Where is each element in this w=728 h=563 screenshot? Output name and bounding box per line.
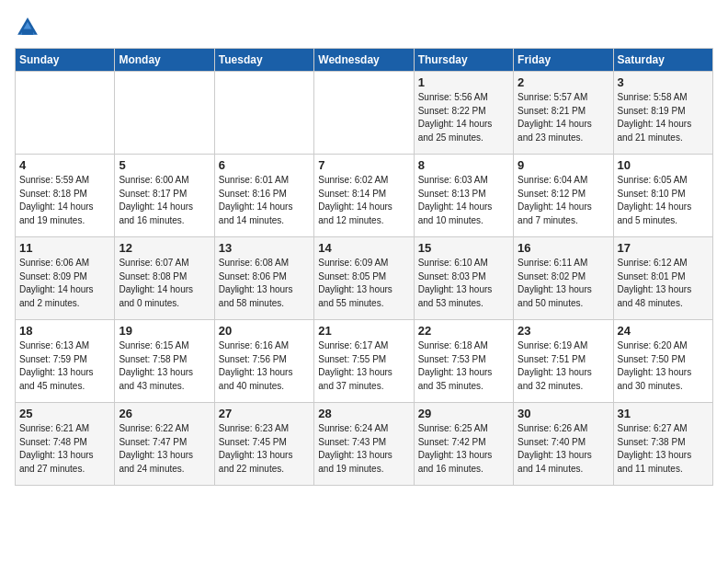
day-number: 16 xyxy=(518,241,609,255)
day-info: Sunrise: 6:22 AMSunset: 7:47 PMDaylight:… xyxy=(119,422,210,476)
calendar-cell: 17Sunrise: 6:12 AMSunset: 8:01 PMDayligh… xyxy=(613,237,712,320)
day-number: 24 xyxy=(618,324,709,338)
calendar-cell: 27Sunrise: 6:23 AMSunset: 7:45 PMDayligh… xyxy=(214,403,313,486)
day-info: Sunrise: 6:04 AMSunset: 8:12 PMDaylight:… xyxy=(518,174,609,227)
day-number: 29 xyxy=(418,407,509,420)
day-info: Sunrise: 6:11 AMSunset: 8:02 PMDaylight:… xyxy=(518,257,609,310)
day-number: 22 xyxy=(418,324,509,338)
calendar-cell: 15Sunrise: 6:10 AMSunset: 8:03 PMDayligh… xyxy=(414,237,513,320)
day-info: Sunrise: 6:15 AMSunset: 7:58 PMDaylight:… xyxy=(119,339,210,393)
calendar-week-1: 1Sunrise: 5:56 AMSunset: 8:22 PMDaylight… xyxy=(16,72,713,155)
day-info: Sunrise: 6:12 AMSunset: 8:01 PMDaylight:… xyxy=(618,257,709,310)
calendar-cell: 8Sunrise: 6:03 AMSunset: 8:13 PMDaylight… xyxy=(414,155,513,237)
day-info: Sunrise: 5:57 AMSunset: 8:21 PMDaylight:… xyxy=(518,91,609,144)
day-info: Sunrise: 6:02 AMSunset: 8:14 PMDaylight:… xyxy=(318,174,409,227)
day-number: 23 xyxy=(518,324,609,338)
calendar-cell: 13Sunrise: 6:08 AMSunset: 8:06 PMDayligh… xyxy=(214,237,313,320)
calendar-cell: 30Sunrise: 6:26 AMSunset: 7:40 PMDayligh… xyxy=(514,403,613,486)
calendar-cell: 5Sunrise: 6:00 AMSunset: 8:17 PMDaylight… xyxy=(115,155,214,237)
day-info: Sunrise: 6:18 AMSunset: 7:53 PMDaylight:… xyxy=(418,339,509,393)
calendar-week-5: 25Sunrise: 6:21 AMSunset: 7:48 PMDayligh… xyxy=(16,403,713,486)
calendar-week-2: 4Sunrise: 5:59 AMSunset: 8:18 PMDaylight… xyxy=(16,155,713,237)
day-info: Sunrise: 6:16 AMSunset: 7:56 PMDaylight:… xyxy=(219,339,310,393)
day-number: 15 xyxy=(418,241,509,255)
day-info: Sunrise: 6:03 AMSunset: 8:13 PMDaylight:… xyxy=(418,174,509,227)
day-number: 17 xyxy=(618,241,709,255)
day-number: 1 xyxy=(418,75,509,89)
calendar-cell: 7Sunrise: 6:02 AMSunset: 8:14 PMDaylight… xyxy=(314,155,414,237)
calendar-cell: 28Sunrise: 6:24 AMSunset: 7:43 PMDayligh… xyxy=(314,403,414,486)
weekday-header-row: SundayMondayTuesdayWednesdayThursdayFrid… xyxy=(16,49,713,72)
calendar-week-3: 11Sunrise: 6:06 AMSunset: 8:09 PMDayligh… xyxy=(16,237,713,320)
day-number: 28 xyxy=(318,407,409,420)
day-info: Sunrise: 6:01 AMSunset: 8:16 PMDaylight:… xyxy=(219,174,310,227)
day-info: Sunrise: 6:05 AMSunset: 8:10 PMDaylight:… xyxy=(618,174,709,227)
day-number: 14 xyxy=(318,241,409,255)
svg-rect-2 xyxy=(22,29,33,35)
page-header xyxy=(15,15,713,40)
calendar-cell: 11Sunrise: 6:06 AMSunset: 8:09 PMDayligh… xyxy=(16,237,115,320)
day-info: Sunrise: 6:27 AMSunset: 7:38 PMDaylight:… xyxy=(618,422,709,476)
day-number: 31 xyxy=(618,407,709,420)
weekday-header-thursday: Thursday xyxy=(414,49,513,72)
calendar-cell: 19Sunrise: 6:15 AMSunset: 7:58 PMDayligh… xyxy=(115,320,214,403)
day-number: 2 xyxy=(518,75,609,89)
calendar-cell xyxy=(314,72,414,155)
day-info: Sunrise: 5:58 AMSunset: 8:19 PMDaylight:… xyxy=(618,91,709,144)
day-number: 25 xyxy=(19,407,110,420)
calendar-cell: 1Sunrise: 5:56 AMSunset: 8:22 PMDaylight… xyxy=(414,72,513,155)
calendar-table: SundayMondayTuesdayWednesdayThursdayFrid… xyxy=(15,48,713,486)
calendar-week-4: 18Sunrise: 6:13 AMSunset: 7:59 PMDayligh… xyxy=(16,320,713,403)
day-info: Sunrise: 6:00 AMSunset: 8:17 PMDaylight:… xyxy=(119,174,210,227)
calendar-cell: 9Sunrise: 6:04 AMSunset: 8:12 PMDaylight… xyxy=(514,155,613,237)
calendar-cell: 23Sunrise: 6:19 AMSunset: 7:51 PMDayligh… xyxy=(514,320,613,403)
calendar-cell: 6Sunrise: 6:01 AMSunset: 8:16 PMDaylight… xyxy=(214,155,313,237)
day-info: Sunrise: 6:26 AMSunset: 7:40 PMDaylight:… xyxy=(518,422,609,476)
calendar-cell: 4Sunrise: 5:59 AMSunset: 8:18 PMDaylight… xyxy=(16,155,115,237)
day-number: 9 xyxy=(518,158,609,172)
day-number: 7 xyxy=(318,158,409,172)
day-info: Sunrise: 6:13 AMSunset: 7:59 PMDaylight:… xyxy=(19,339,110,393)
day-number: 30 xyxy=(518,407,609,420)
day-info: Sunrise: 5:56 AMSunset: 8:22 PMDaylight:… xyxy=(418,91,509,144)
calendar-header: SundayMondayTuesdayWednesdayThursdayFrid… xyxy=(16,49,713,72)
day-number: 18 xyxy=(19,324,110,338)
day-number: 20 xyxy=(219,324,310,338)
day-number: 26 xyxy=(119,407,210,420)
day-number: 11 xyxy=(19,241,110,255)
calendar-cell: 21Sunrise: 6:17 AMSunset: 7:55 PMDayligh… xyxy=(314,320,414,403)
day-info: Sunrise: 6:07 AMSunset: 8:08 PMDaylight:… xyxy=(119,257,210,310)
day-info: Sunrise: 6:17 AMSunset: 7:55 PMDaylight:… xyxy=(318,339,409,393)
calendar-cell: 20Sunrise: 6:16 AMSunset: 7:56 PMDayligh… xyxy=(214,320,313,403)
day-info: Sunrise: 5:59 AMSunset: 8:18 PMDaylight:… xyxy=(19,174,110,227)
calendar-cell xyxy=(16,72,115,155)
calendar-cell: 3Sunrise: 5:58 AMSunset: 8:19 PMDaylight… xyxy=(613,72,712,155)
logo xyxy=(15,15,44,40)
calendar-cell: 14Sunrise: 6:09 AMSunset: 8:05 PMDayligh… xyxy=(314,237,414,320)
weekday-header-monday: Monday xyxy=(115,49,214,72)
day-number: 6 xyxy=(219,158,310,172)
calendar-cell: 16Sunrise: 6:11 AMSunset: 8:02 PMDayligh… xyxy=(514,237,613,320)
day-number: 4 xyxy=(19,158,110,172)
day-number: 19 xyxy=(119,324,210,338)
day-info: Sunrise: 6:24 AMSunset: 7:43 PMDaylight:… xyxy=(318,422,409,476)
day-number: 12 xyxy=(119,241,210,255)
day-number: 21 xyxy=(318,324,409,338)
weekday-header-tuesday: Tuesday xyxy=(214,49,313,72)
day-info: Sunrise: 6:25 AMSunset: 7:42 PMDaylight:… xyxy=(418,422,509,476)
calendar-cell: 12Sunrise: 6:07 AMSunset: 8:08 PMDayligh… xyxy=(115,237,214,320)
day-number: 8 xyxy=(418,158,509,172)
calendar-cell: 29Sunrise: 6:25 AMSunset: 7:42 PMDayligh… xyxy=(414,403,513,486)
day-info: Sunrise: 6:10 AMSunset: 8:03 PMDaylight:… xyxy=(418,257,509,310)
day-info: Sunrise: 6:19 AMSunset: 7:51 PMDaylight:… xyxy=(518,339,609,393)
day-info: Sunrise: 6:20 AMSunset: 7:50 PMDaylight:… xyxy=(618,339,709,393)
calendar-cell: 31Sunrise: 6:27 AMSunset: 7:38 PMDayligh… xyxy=(613,403,712,486)
day-number: 3 xyxy=(618,75,709,89)
calendar-cell: 22Sunrise: 6:18 AMSunset: 7:53 PMDayligh… xyxy=(414,320,513,403)
day-info: Sunrise: 6:06 AMSunset: 8:09 PMDaylight:… xyxy=(19,257,110,310)
weekday-header-wednesday: Wednesday xyxy=(314,49,414,72)
calendar-cell: 24Sunrise: 6:20 AMSunset: 7:50 PMDayligh… xyxy=(613,320,712,403)
day-info: Sunrise: 6:08 AMSunset: 8:06 PMDaylight:… xyxy=(219,257,310,310)
calendar-cell: 10Sunrise: 6:05 AMSunset: 8:10 PMDayligh… xyxy=(613,155,712,237)
calendar-cell xyxy=(214,72,313,155)
